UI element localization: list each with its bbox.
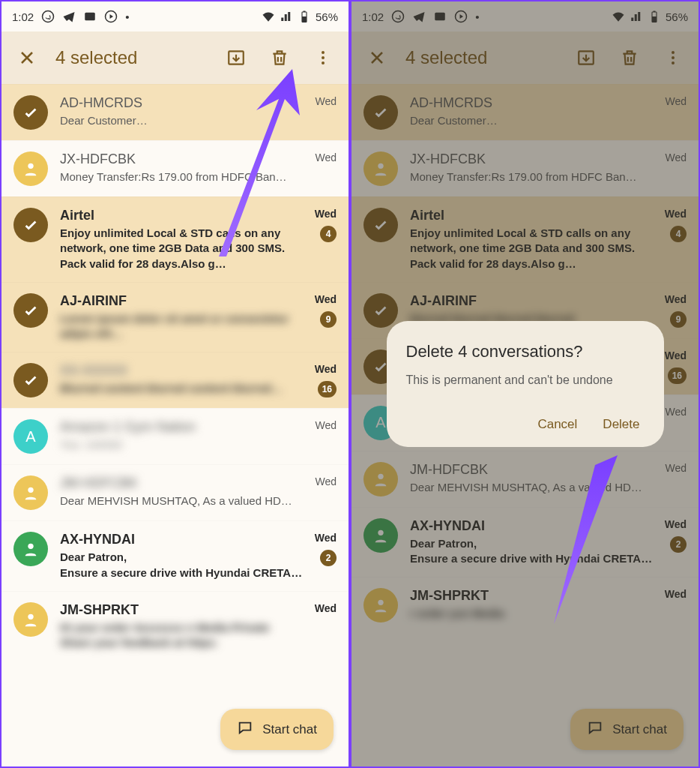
- time: Wed: [315, 208, 337, 220]
- chat-icon: [237, 719, 253, 740]
- time: Wed: [315, 532, 337, 544]
- time: Wed: [315, 419, 337, 431]
- preview-blurred: You: 144342: [60, 437, 303, 452]
- preview: Money Transfer:Rs 179.00 from HDFC Ban…: [60, 170, 303, 184]
- conversation-row[interactable]: JM-SHPRKT Hi your order 4xxxxxxx n Media…: [1, 591, 349, 662]
- svg-rect-5: [303, 11, 305, 13]
- avatar-check-icon: [13, 208, 48, 242]
- conversation-row[interactable]: JX-HDFCBK Money Transfer:Rs 179.00 from …: [1, 140, 349, 196]
- dialog-cancel-button[interactable]: Cancel: [537, 417, 577, 432]
- svg-point-7: [322, 51, 325, 54]
- avatar-letter: A: [13, 419, 48, 454]
- overflow-button[interactable]: [308, 43, 338, 73]
- time: Wed: [315, 293, 337, 305]
- phone-right: 1:02 • 56% 4 selected AD-HMCRDSDear Cust…: [350, 0, 700, 768]
- conversation-row[interactable]: AJ-AIRINF Lorem ipsum dolor sit amet ur …: [1, 282, 349, 352]
- svg-rect-4: [302, 16, 307, 22]
- unread-badge: 4: [320, 226, 337, 242]
- svg-point-8: [322, 56, 325, 59]
- sender: Airtel: [60, 208, 303, 224]
- svg-point-11: [28, 488, 33, 493]
- clock: 1:02: [12, 10, 34, 23]
- selection-toolbar: 4 selected: [1, 32, 349, 84]
- conversation-row[interactable]: Airtel Enjoy unlimited Local & STD calls…: [1, 196, 349, 282]
- delete-dialog: Delete 4 conversations? This is permanen…: [387, 321, 664, 447]
- time: Wed: [315, 363, 337, 375]
- dialog-message: This is permanent and can't be undone: [406, 374, 645, 387]
- time: Wed: [315, 152, 337, 164]
- app-icon: [83, 10, 97, 23]
- fab-label: Start chat: [262, 722, 317, 737]
- time: Wed: [315, 476, 337, 488]
- unread-badge: 16: [318, 381, 337, 398]
- play-icon: [104, 10, 118, 23]
- preview: Enjoy unlimited Local & STD calls on any…: [60, 226, 303, 272]
- conversation-list[interactable]: AD-HMCRDS Dear Customer… Wed JX-HDFCBK M…: [1, 84, 349, 661]
- svg-point-10: [28, 164, 33, 169]
- unread-badge: 9: [320, 311, 337, 328]
- unread-badge: 2: [320, 550, 337, 566]
- start-chat-fab[interactable]: Start chat: [220, 709, 334, 750]
- phone-left: 1:02 • 56% 4 selected: [0, 0, 350, 768]
- delete-button[interactable]: [265, 43, 295, 73]
- close-selection-button[interactable]: [12, 43, 42, 73]
- avatar-person-icon: [13, 152, 48, 186]
- sender: AJ-AIRINF: [60, 293, 303, 309]
- svg-rect-1: [85, 13, 95, 21]
- sender: JM-SHPRKT: [60, 602, 303, 618]
- preview-blurred: Blurred content blurred content blurred…: [60, 381, 303, 396]
- wifi-icon: [262, 10, 275, 23]
- conversation-row[interactable]: JM-HDFCBK Dear MEHVISH MUSHTAQ, As a val…: [1, 464, 349, 520]
- avatar-person-icon: [13, 602, 48, 637]
- dialog-title: Delete 4 conversations?: [406, 342, 645, 362]
- preview-blurred: Lorem ipsum dolor sit amet ur consectetu…: [60, 311, 303, 342]
- preview-blurred: Hi your order 4xxxxxxx n Media Private S…: [60, 620, 303, 651]
- preview: Dear Customer…: [60, 113, 303, 128]
- sender-blurred: XX-XXXXX: [60, 363, 303, 379]
- dialog-confirm-button[interactable]: Delete: [603, 417, 639, 432]
- avatar-check-icon: [13, 293, 48, 328]
- sender-blurred: JM-HDFCBK: [60, 476, 303, 491]
- avatar-person-icon: [13, 476, 48, 510]
- battery-icon: [298, 10, 311, 23]
- sender-blurred: Amazon 1 Gym Nation: [60, 419, 303, 435]
- preview: Dear Patron, Ensure a secure drive with …: [60, 550, 303, 580]
- signal-icon: [280, 10, 293, 23]
- battery-text: 56%: [316, 10, 338, 23]
- conversation-row[interactable]: XX-XXXXX Blurred content blurred content…: [1, 352, 349, 408]
- avatar-check-icon: [13, 363, 48, 398]
- svg-point-9: [322, 62, 325, 64]
- conversation-row[interactable]: A Amazon 1 Gym Nation You: 144342 Wed: [1, 408, 349, 464]
- whatsapp-icon: [41, 10, 55, 23]
- sender: AD-HMCRDS: [60, 95, 303, 111]
- sender: JX-HDFCBK: [60, 152, 303, 167]
- selection-count: 4 selected: [55, 47, 208, 68]
- telegram-icon: [62, 10, 76, 23]
- archive-button[interactable]: [221, 43, 251, 73]
- sender: AX-HYNDAI: [60, 532, 303, 548]
- svg-point-13: [28, 614, 33, 619]
- time: Wed: [315, 602, 337, 614]
- status-bar: 1:02 • 56%: [1, 2, 349, 32]
- time: Wed: [315, 95, 337, 107]
- preview: Dear MEHVISH MUSHTAQ, As a valued HD…: [60, 494, 303, 508]
- svg-point-12: [28, 544, 33, 549]
- svg-point-0: [43, 11, 54, 22]
- avatar-check-icon: [13, 95, 48, 130]
- conversation-row[interactable]: AX-HYNDAI Dear Patron, Ensure a secure d…: [1, 520, 349, 591]
- dot-icon: •: [125, 10, 129, 23]
- avatar-person-icon: [13, 532, 48, 566]
- conversation-row[interactable]: AD-HMCRDS Dear Customer… Wed: [1, 84, 349, 140]
